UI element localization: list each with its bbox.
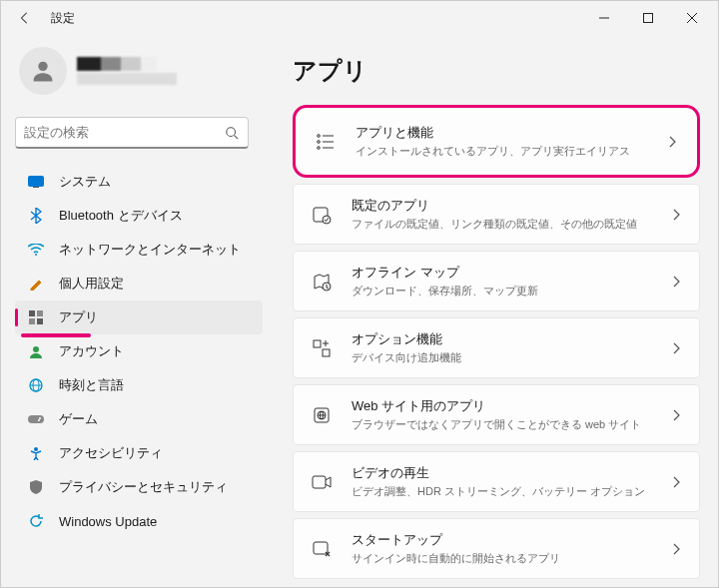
card-optional-features[interactable]: オプション機能デバイス向け追加機能 [293, 317, 700, 378]
svg-rect-12 [29, 318, 35, 324]
card-title: Web サイト用のアプリ [352, 397, 669, 415]
chevron-right-icon [669, 341, 683, 355]
card-title: 既定のアプリ [352, 197, 669, 215]
offline-maps-icon [310, 270, 334, 294]
search-icon [224, 125, 240, 141]
apps-features-icon [314, 130, 338, 154]
search-box[interactable] [15, 117, 249, 149]
sidebar: システム Bluetooth とデバイス ネットワークとインターネット 個人用設… [1, 35, 269, 587]
sidebar-item-time-language[interactable]: 時刻と言語 [15, 368, 263, 402]
svg-point-26 [318, 146, 321, 149]
card-offline-maps[interactable]: オフライン マップダウンロード、保存場所、マップ更新 [293, 251, 700, 311]
sidebar-item-windows-update[interactable]: Windows Update [15, 504, 263, 538]
sidebar-item-label: Bluetooth とデバイス [59, 207, 183, 225]
optional-features-icon [310, 336, 334, 360]
sidebar-item-label: アプリ [59, 308, 98, 326]
settings-window: 設定 [0, 0, 719, 588]
svg-rect-18 [28, 415, 44, 423]
profile-text [77, 57, 177, 85]
close-button[interactable] [670, 3, 714, 33]
sidebar-item-network[interactable]: ネットワークとインターネット [15, 233, 263, 267]
svg-rect-7 [29, 177, 44, 187]
sidebar-item-accounts[interactable]: アカウント [15, 334, 263, 368]
privacy-icon [27, 478, 45, 496]
card-desc: サインイン時に自動的に開始されるアプリ [352, 551, 669, 566]
accounts-icon [27, 342, 45, 360]
card-desc: ブラウザーではなくアプリで開くことができる web サイト [352, 417, 669, 432]
card-apps-for-websites[interactable]: Web サイト用のアプリブラウザーではなくアプリで開くことができる web サイ… [293, 384, 700, 445]
chevron-right-icon [665, 135, 679, 149]
sidebar-item-accessibility[interactable]: アクセシビリティ [15, 436, 263, 470]
svg-rect-10 [29, 310, 35, 316]
chevron-right-icon [669, 542, 683, 556]
window-title: 設定 [51, 10, 75, 27]
svg-rect-8 [33, 187, 39, 188]
svg-point-24 [318, 140, 321, 143]
sidebar-item-label: ネットワークとインターネット [59, 241, 241, 259]
main-content: アプリ アプリと機能インストールされているアプリ、アプリ実行エイリアス 既定のア… [269, 35, 718, 587]
card-default-apps[interactable]: 既定のアプリファイルの既定値、リンク種類の既定値、その他の既定値 [293, 184, 700, 245]
maximize-button[interactable] [626, 3, 670, 33]
default-apps-icon [310, 203, 334, 227]
sidebar-item-label: システム [59, 173, 111, 191]
user-email-redacted [77, 73, 177, 85]
minimize-button[interactable] [582, 3, 626, 33]
sidebar-item-privacy[interactable]: プライバシーとセキュリティ [15, 470, 263, 504]
svg-line-6 [235, 135, 239, 139]
svg-point-19 [39, 417, 41, 419]
svg-point-4 [38, 62, 47, 71]
nav-list: システム Bluetooth とデバイス ネットワークとインターネット 個人用設… [15, 165, 263, 538]
profile-block[interactable] [15, 47, 263, 95]
user-name-redacted [77, 57, 157, 71]
card-title: スタートアップ [352, 531, 669, 549]
card-desc: ファイルの既定値、リンク種類の既定値、その他の既定値 [352, 217, 669, 232]
sidebar-item-apps[interactable]: アプリ [15, 300, 263, 334]
card-desc: デバイス向け追加機能 [352, 350, 669, 365]
titlebar: 設定 [1, 1, 718, 35]
card-title: オプション機能 [352, 330, 669, 348]
sidebar-item-system[interactable]: システム [15, 165, 263, 199]
sidebar-item-personalization[interactable]: 個人用設定 [15, 267, 263, 300]
sidebar-item-gaming[interactable]: ゲーム [15, 402, 263, 436]
chevron-right-icon [669, 208, 683, 222]
apps-icon [27, 308, 45, 326]
back-button[interactable] [15, 8, 35, 28]
svg-rect-32 [323, 349, 330, 356]
sidebar-item-label: アカウント [59, 342, 124, 360]
settings-cards: アプリと機能インストールされているアプリ、アプリ実行エイリアス 既定のアプリファ… [293, 105, 700, 579]
chevron-right-icon [669, 275, 683, 289]
network-icon [27, 241, 45, 259]
avatar [19, 47, 67, 95]
svg-rect-13 [37, 318, 43, 324]
gaming-icon [27, 410, 45, 428]
page-title: アプリ [293, 55, 700, 87]
svg-rect-31 [314, 340, 321, 347]
svg-point-5 [227, 127, 236, 136]
sidebar-item-label: プライバシーとセキュリティ [59, 478, 228, 496]
windows-update-icon [27, 512, 45, 530]
apps-websites-icon [310, 403, 334, 427]
card-startup[interactable]: スタートアップサインイン時に自動的に開始されるアプリ [293, 518, 700, 579]
sidebar-item-label: 時刻と言語 [59, 376, 124, 394]
svg-point-22 [318, 134, 321, 137]
card-video-playback[interactable]: ビデオの再生ビデオ調整、HDR ストリーミング、バッテリー オプション [293, 451, 700, 512]
svg-point-20 [38, 419, 40, 421]
search-input[interactable] [24, 125, 224, 140]
card-title: ビデオの再生 [352, 464, 669, 482]
card-apps-features[interactable]: アプリと機能インストールされているアプリ、アプリ実行エイリアス [293, 105, 700, 178]
sidebar-item-label: 個人用設定 [59, 275, 124, 293]
video-playback-icon [310, 470, 334, 494]
sidebar-item-bluetooth[interactable]: Bluetooth とデバイス [15, 199, 263, 233]
personalization-icon [27, 275, 45, 293]
system-icon [27, 173, 45, 191]
svg-rect-39 [313, 476, 326, 488]
bluetooth-icon [27, 207, 45, 225]
accessibility-icon [27, 444, 45, 462]
chevron-right-icon [669, 475, 683, 489]
sidebar-item-label: Windows Update [59, 514, 157, 529]
card-desc: インストールされているアプリ、アプリ実行エイリアス [356, 144, 665, 159]
svg-rect-1 [644, 14, 653, 23]
card-title: オフライン マップ [352, 264, 669, 282]
svg-point-21 [34, 447, 38, 451]
svg-point-9 [35, 254, 37, 256]
